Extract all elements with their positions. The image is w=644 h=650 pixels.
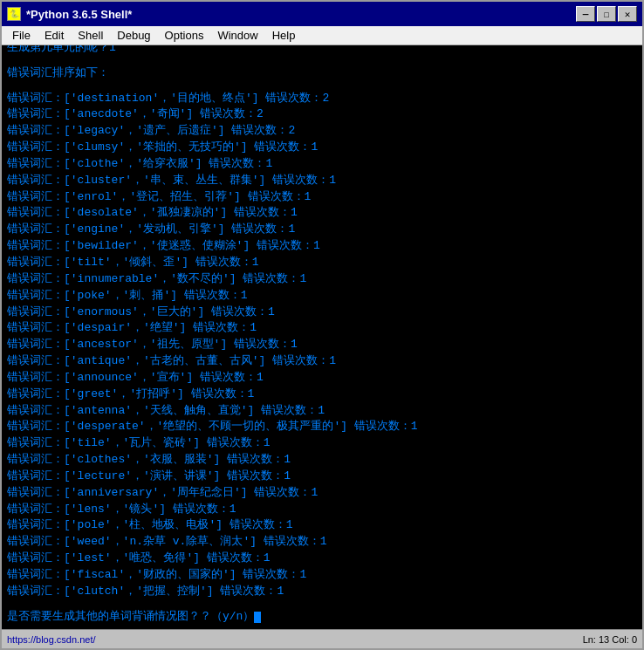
console-line: 错误词汇：['despair'，'绝望'] 错误次数：1 (7, 320, 637, 337)
window-title: *Python 3.6.5 Shell* (26, 8, 132, 21)
console-line: 错误词汇：['clutch'，'把握、控制'] 错误次数：1 (7, 584, 637, 600)
menu-item-edit[interactable]: Edit (38, 27, 71, 44)
console-line: 错误词汇：['anecdote'，'奇闻'] 错误次数：2 (7, 106, 637, 123)
console-line: 生成第几单元的呢？1 (7, 45, 637, 57)
console-line: 是否需要生成其他的单词背诵情况图？？（y/n） (7, 609, 637, 626)
menu-item-window[interactable]: Window (210, 27, 264, 44)
console-line: 错误词汇：['lecture'，'演讲、讲课'] 错误次数：1 (7, 469, 637, 485)
console-empty-line (7, 600, 637, 609)
console-line: 错误词汇：['clumsy'，'笨拙的、无技巧的'] 错误次数：1 (7, 140, 637, 156)
console-line: 错误词汇：['pole'，'柱、地极、电极'] 错误次数：1 (7, 517, 637, 534)
status-bar: https://blog.csdn.net/ Ln: 13 Col: 0 (2, 629, 642, 648)
status-url: https://blog.csdn.net/ (7, 634, 96, 645)
menu-item-help[interactable]: Help (265, 27, 303, 44)
console-line: 错误词汇：['cluster'，'串、束、丛生、群集'] 错误次数：1 (7, 173, 637, 189)
menu-bar: FileEditShellDebugOptionsWindowHelp (2, 26, 642, 45)
console-line: 错误词汇：['desperate'，'绝望的、不顾一切的、极其严重的'] 错误次… (7, 419, 637, 435)
console-line: 错误词汇：['legacy'，'遗产、后遗症'] 错误次数：2 (7, 123, 637, 140)
console-line: 错误词汇：['poke'，'刺、捅'] 错误次数：1 (7, 288, 637, 304)
console-line: 错误词汇：['clothes'，'衣服、服装'] 错误次数：1 (7, 452, 637, 469)
menu-item-file[interactable]: File (5, 27, 38, 44)
maximize-button[interactable]: ☐ (597, 6, 616, 22)
console-line: 错误词汇：['lest'，'唯恐、免得'] 错误次数：1 (7, 551, 637, 567)
menu-item-shell[interactable]: Shell (71, 27, 110, 44)
console-line: 错误词汇：['weed'，'n.杂草 v.除草、润太'] 错误次数：1 (7, 534, 637, 551)
console-line: 错误词汇：['desolate'，'孤独凄凉的'] 错误次数：1 (7, 205, 637, 222)
python-shell-window: 🐍 *Python 3.6.5 Shell* — ☐ ✕ FileEditShe… (0, 0, 644, 650)
console-output[interactable]: 是否需要生成单词背诵情况图？？（y/n）y生成第几单元的呢？1错误词汇排序如下：… (2, 45, 642, 629)
console-line: 错误词汇：['engine'，'发动机、引擎'] 错误次数：1 (7, 222, 637, 238)
minimize-button[interactable]: — (576, 6, 595, 22)
window-controls: — ☐ ✕ (576, 6, 637, 22)
console-line: 错误词汇排序如下： (7, 65, 637, 82)
console-line: 错误词汇：['tile'，'瓦片、瓷砖'] 错误次数：1 (7, 435, 637, 452)
console-line: 错误词汇：['ancestor'，'祖先、原型'] 错误次数：1 (7, 337, 637, 353)
status-position: Ln: 13 Col: 0 (583, 634, 637, 645)
console-line: 错误词汇：['enormous'，'巨大的'] 错误次数：1 (7, 304, 637, 321)
title-bar-left: 🐍 *Python 3.6.5 Shell* (7, 7, 132, 21)
console-line: 错误词汇：['bewilder'，'使迷惑、使糊涂'] 错误次数：1 (7, 238, 637, 255)
input-cursor (254, 612, 261, 623)
console-line: 错误词汇：['tilt'，'倾斜、歪'] 错误次数：1 (7, 255, 637, 271)
console-line: 错误词汇：['destination'，'目的地、终点'] 错误次数：2 (7, 91, 637, 107)
title-bar: 🐍 *Python 3.6.5 Shell* — ☐ ✕ (2, 2, 642, 26)
console-empty-line (7, 57, 637, 65)
console-line: 错误词汇：['announce'，'宣布'] 错误次数：1 (7, 370, 637, 387)
console-line: 错误词汇：['innumerable'，'数不尽的'] 错误次数：1 (7, 271, 637, 288)
console-line: 错误词汇：['anniversary'，'周年纪念日'] 错误次数：1 (7, 485, 637, 502)
console-line: 错误词汇：['antenna'，'天线、触角、直觉'] 错误次数：1 (7, 403, 637, 420)
console-line: 错误词汇：['lens'，'镜头'] 错误次数：1 (7, 502, 637, 518)
console-line: 错误词汇：['greet'，'打招呼'] 错误次数：1 (7, 387, 637, 403)
console-line: 错误词汇：['clothe'，'给穿衣服'] 错误次数：1 (7, 156, 637, 173)
console-line: 错误词汇：['antique'，'古老的、古董、古风'] 错误次数：1 (7, 353, 637, 370)
console-line: 错误词汇：['enrol'，'登记、招生、引荐'] 错误次数：1 (7, 189, 637, 206)
close-button[interactable]: ✕ (618, 6, 637, 22)
console-line: 错误词汇：['fiscal'，'财政的、国家的'] 错误次数：1 (7, 567, 637, 584)
menu-item-debug[interactable]: Debug (110, 27, 157, 44)
console-empty-line (7, 82, 637, 91)
menu-item-options[interactable]: Options (158, 27, 211, 44)
app-icon: 🐍 (7, 7, 21, 21)
